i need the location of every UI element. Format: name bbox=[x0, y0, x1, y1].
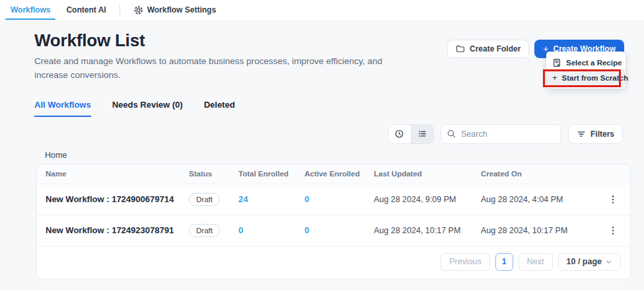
table-header-row: Name Status Total Enrolled Active Enroll… bbox=[37, 164, 630, 184]
tab-needs-review[interactable]: Needs Review (0) bbox=[112, 100, 183, 117]
clock-icon bbox=[394, 129, 404, 139]
search-input[interactable] bbox=[441, 124, 561, 144]
nav-item-label: Workflow Settings bbox=[147, 5, 216, 15]
history-view-button[interactable] bbox=[388, 125, 411, 143]
plus-icon: + bbox=[552, 73, 557, 83]
list-view-button[interactable] bbox=[411, 125, 433, 143]
column-header-active-enrolled: Active Enrolled bbox=[304, 170, 374, 178]
created-on-value: Aug 28 2024, 10:17 PM bbox=[481, 226, 595, 235]
page-size-label: 10 / page bbox=[567, 257, 602, 266]
filter-icon bbox=[577, 129, 586, 139]
status-cell: Draft bbox=[189, 193, 238, 206]
active-enrolled-link[interactable]: 0 bbox=[304, 194, 374, 204]
tab-all-workflows[interactable]: All Workflows bbox=[34, 100, 91, 117]
nav-item-workflows[interactable]: Workflows bbox=[3, 0, 58, 20]
nav-item-workflow-settings[interactable]: Workflow Settings bbox=[125, 0, 224, 20]
total-enrolled-link[interactable]: 0 bbox=[238, 225, 304, 235]
create-folder-label: Create Folder bbox=[470, 44, 520, 54]
search-icon bbox=[447, 129, 456, 139]
row-menu-kebab-icon[interactable] bbox=[604, 192, 622, 207]
table-row: New Workflow : 1724900679714 Draft 24 0 … bbox=[37, 184, 630, 215]
pagination: Previous 1 Next 10 / page bbox=[37, 246, 630, 279]
workflow-table-card: Name Status Total Enrolled Active Enroll… bbox=[36, 164, 631, 279]
workflow-name-link[interactable]: New Workflow : 1724900679714 bbox=[46, 194, 189, 204]
previous-page-button[interactable]: Previous bbox=[441, 253, 490, 271]
create-folder-button[interactable]: Create Folder bbox=[447, 40, 529, 58]
last-updated-value: Aug 28 2024, 9:09 PM bbox=[374, 195, 481, 204]
column-header-name: Name bbox=[46, 170, 189, 178]
recipe-icon bbox=[552, 58, 561, 67]
search-wrap bbox=[441, 124, 561, 144]
nav-item-label: Content AI bbox=[66, 5, 106, 15]
filters-label: Filters bbox=[590, 129, 614, 139]
status-cell: Draft bbox=[189, 224, 238, 237]
breadcrumb[interactable]: Home bbox=[45, 151, 644, 160]
table-toolbar: Filters bbox=[34, 124, 623, 144]
top-nav: Workflows Content AI Workflow Settings bbox=[0, 0, 644, 20]
actions-cell bbox=[595, 223, 630, 238]
column-header-status: Status bbox=[189, 170, 238, 178]
workflow-tabs: All Workflows Needs Review (0) Deleted bbox=[34, 100, 624, 117]
nav-item-label: Workflows bbox=[11, 5, 50, 15]
column-header-created-on: Created On bbox=[481, 170, 595, 178]
last-updated-value: Aug 28 2024, 10:17 PM bbox=[374, 226, 481, 235]
column-header-total-enrolled: Total Enrolled bbox=[238, 170, 304, 178]
tab-deleted[interactable]: Deleted bbox=[204, 100, 235, 117]
nav-item-content-ai[interactable]: Content AI bbox=[58, 0, 114, 20]
menu-item-select-a-recipe[interactable]: Select a Recipe bbox=[546, 55, 626, 70]
nav-divider bbox=[120, 5, 120, 15]
row-menu-kebab-icon[interactable] bbox=[604, 223, 622, 238]
chevron-down-icon bbox=[605, 258, 612, 266]
menu-item-start-from-scratch[interactable]: + Start from Scratch bbox=[546, 70, 626, 85]
filters-button[interactable]: Filters bbox=[568, 124, 623, 144]
create-workflow-dropdown: Select a Recipe + Start from Scratch bbox=[546, 52, 626, 89]
status-badge: Draft bbox=[189, 224, 220, 237]
next-page-button[interactable]: Next bbox=[519, 253, 553, 271]
menu-item-label: Select a Recipe bbox=[566, 59, 622, 67]
workflow-name-link[interactable]: New Workflow : 1724923078791 bbox=[46, 225, 189, 235]
total-enrolled-link[interactable]: 24 bbox=[238, 194, 304, 204]
table-row: New Workflow : 1724923078791 Draft 0 0 A… bbox=[37, 215, 630, 246]
list-icon bbox=[417, 129, 427, 139]
status-badge: Draft bbox=[189, 193, 220, 206]
column-header-last-updated: Last Updated bbox=[374, 170, 481, 178]
active-enrolled-link[interactable]: 0 bbox=[304, 225, 374, 235]
menu-item-label: Start from Scratch bbox=[562, 74, 628, 82]
created-on-value: Aug 28 2024, 4:04 PM bbox=[481, 195, 595, 204]
current-page-button[interactable]: 1 bbox=[495, 253, 513, 271]
gear-icon bbox=[133, 5, 143, 15]
view-toggle-group bbox=[388, 124, 434, 144]
actions-cell bbox=[595, 192, 630, 207]
page-size-select[interactable]: 10 / page bbox=[558, 253, 622, 271]
page-subtitle: Create and manage Workflows to automate … bbox=[34, 55, 391, 83]
folder-icon bbox=[456, 44, 465, 54]
